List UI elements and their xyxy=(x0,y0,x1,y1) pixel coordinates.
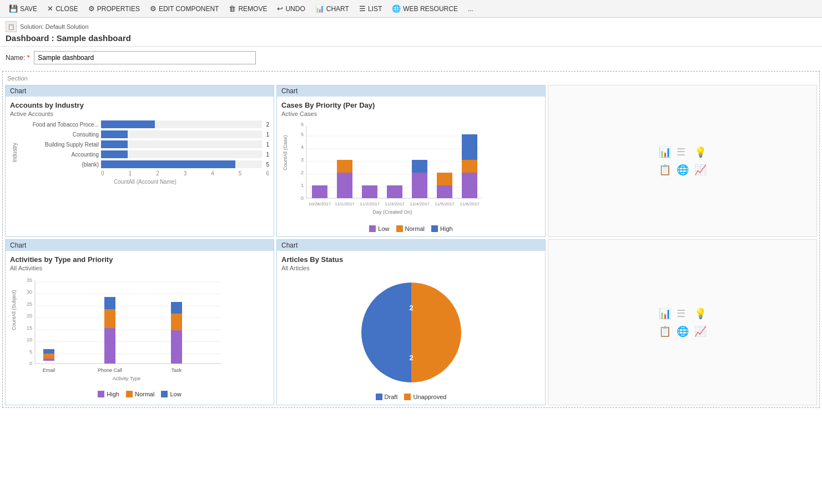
empty-panel-icons-bottom: 📊 ☰ 💡 📋 🌐 📈 xyxy=(653,302,712,343)
dashboard-name-input[interactable] xyxy=(34,51,256,64)
chart-button[interactable]: 📊 CHART xyxy=(311,2,354,15)
solution-icon: 📋 xyxy=(6,21,17,32)
globe-icon-btn[interactable]: 🌐 xyxy=(677,164,689,176)
table-row: Building Supply Retail 1 xyxy=(21,140,269,148)
svg-text:11/2/2017: 11/2/2017 xyxy=(360,201,380,206)
chart2-legend: Low Normal High xyxy=(281,225,541,232)
remove-button[interactable]: 🗑 REMOVE xyxy=(224,2,271,15)
legend3-item-high: High xyxy=(98,391,119,397)
svg-rect-17 xyxy=(337,160,352,173)
properties-button[interactable]: ⚙ PROPERTIES xyxy=(84,2,144,15)
save-icon: 💾 xyxy=(9,4,18,13)
svg-text:35: 35 xyxy=(27,278,32,283)
web-resource-button[interactable]: 🌐 WEB RESOURCE xyxy=(387,2,462,15)
legend4-color-draft xyxy=(376,394,382,400)
name-label: Name: * xyxy=(6,54,31,62)
svg-text:Phone Call: Phone Call xyxy=(98,367,122,373)
chart-panel-3: Chart Activities by Type and Priority Al… xyxy=(5,239,274,405)
svg-text:0: 0 xyxy=(301,195,304,201)
svg-text:10/28/2017: 10/28/2017 xyxy=(309,201,331,206)
legend4-item-unapproved: Unapproved xyxy=(404,394,446,400)
svg-text:2: 2 xyxy=(301,170,304,175)
svg-rect-54 xyxy=(43,349,54,354)
table-icon-btn[interactable]: 📋 xyxy=(659,164,671,176)
svg-rect-61 xyxy=(171,314,182,330)
table-row: Food and Tobacco Proce... 2 xyxy=(21,120,269,128)
legend3-color-normal xyxy=(126,391,133,397)
legend3-item-low: Low xyxy=(161,391,181,397)
svg-text:2: 2 xyxy=(409,354,413,362)
chart1-header: Chart xyxy=(6,85,274,97)
undo-button[interactable]: ↩ UNDO xyxy=(273,2,309,15)
bulb-icon-btn-b[interactable]: 💡 xyxy=(694,308,707,320)
chart-icon-btn[interactable]: 📊 xyxy=(659,146,671,158)
analytics-icon-btn[interactable]: 📈 xyxy=(694,164,707,176)
svg-text:11/6/2017: 11/6/2017 xyxy=(460,201,480,206)
chart4-header: Chart xyxy=(277,240,545,251)
chart-panel-2: Chart Cases By Priority (Per Day) Active… xyxy=(276,85,546,237)
svg-text:0: 0 xyxy=(29,361,32,366)
chart3-svg: 0 5 10 15 20 25 30 35 xyxy=(10,275,232,386)
page-header: 📋 Solution: Default Solution Dashboard :… xyxy=(0,18,822,47)
chart4-pie-container: 2 2 xyxy=(281,277,541,388)
svg-rect-52 xyxy=(43,359,54,361)
svg-text:11/4/2017: 11/4/2017 xyxy=(410,201,430,206)
bulb-icon-btn[interactable]: 💡 xyxy=(694,146,707,158)
svg-text:6: 6 xyxy=(301,122,304,127)
legend4-color-unapproved xyxy=(404,394,411,400)
svg-rect-56 xyxy=(104,328,115,364)
chart2-header: Chart xyxy=(277,85,545,97)
undo-icon: ↩ xyxy=(277,4,283,13)
svg-rect-29 xyxy=(462,173,477,198)
svg-rect-26 xyxy=(437,185,452,198)
chart3-legend: High Normal Low xyxy=(10,391,269,397)
table-icon-btn-b[interactable]: 📋 xyxy=(659,325,671,337)
list-icon-btn-b[interactable]: ☰ xyxy=(677,308,689,320)
globe-icon-btn-b[interactable]: 🌐 xyxy=(677,325,689,337)
legend-item-high: High xyxy=(431,225,453,232)
svg-rect-23 xyxy=(412,173,427,198)
page-title: Dashboard : Sample dashboard xyxy=(6,33,816,43)
chart2-body: Cases By Priority (Per Day) Active Cases… xyxy=(277,97,545,236)
chart2-subtitle: Active Cases xyxy=(281,110,541,117)
edit-component-button[interactable]: ⚙ EDIT COMPONENT xyxy=(145,2,223,15)
legend3-item-normal: Normal xyxy=(126,391,154,397)
web-resource-icon: 🌐 xyxy=(392,4,401,13)
legend4-item-draft: Draft xyxy=(376,394,398,400)
svg-text:CountAll (Case): CountAll (Case) xyxy=(283,135,288,170)
list-icon-btn[interactable]: ☰ xyxy=(677,146,689,158)
legend3-color-high xyxy=(98,391,104,397)
close-button[interactable]: ✕ CLOSE xyxy=(43,2,83,15)
svg-text:4: 4 xyxy=(301,144,304,150)
save-button[interactable]: 💾 SAVE xyxy=(4,2,42,15)
top-row: Chart Accounts by Industry Active Accoun… xyxy=(5,85,817,237)
required-marker: * xyxy=(27,54,30,62)
svg-text:30: 30 xyxy=(27,289,32,295)
svg-rect-24 xyxy=(412,160,427,173)
svg-text:20: 20 xyxy=(27,313,32,319)
chart-icon-btn-b[interactable]: 📊 xyxy=(659,308,671,320)
empty-panel-icons-top: 📊 ☰ 💡 📋 🌐 📈 xyxy=(653,140,712,182)
solution-info: 📋 Solution: Default Solution xyxy=(6,21,816,32)
legend-color-high xyxy=(431,225,438,232)
more-button[interactable]: ... xyxy=(463,3,478,15)
list-button[interactable]: ☰ LIST xyxy=(355,2,386,15)
svg-rect-62 xyxy=(171,302,182,314)
chart-icon: 📊 xyxy=(315,4,324,13)
svg-rect-57 xyxy=(104,309,115,328)
svg-text:11/5/2017: 11/5/2017 xyxy=(435,201,455,206)
svg-rect-19 xyxy=(362,185,377,198)
svg-rect-53 xyxy=(43,354,54,359)
chart4-title: Articles By Status xyxy=(281,255,541,264)
svg-text:Task: Task xyxy=(172,367,182,373)
analytics-icon-btn-b[interactable]: 📈 xyxy=(694,325,707,337)
chart3-title: Activities by Type and Priority xyxy=(10,255,269,264)
svg-text:1: 1 xyxy=(301,183,304,188)
chart1-subtitle: Active Accounts xyxy=(10,110,269,117)
chart4-pie-svg: 2 2 xyxy=(356,277,467,388)
svg-text:Email: Email xyxy=(43,367,56,373)
chart1-y-label: Industry xyxy=(12,143,18,163)
bottom-row: Chart Activities by Type and Priority Al… xyxy=(5,239,817,405)
properties-icon: ⚙ xyxy=(88,4,95,13)
chart3-header: Chart xyxy=(6,240,274,251)
